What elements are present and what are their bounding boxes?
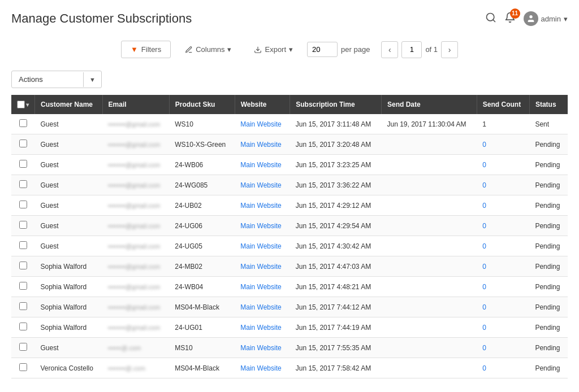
- row-checkbox[interactable]: [19, 160, 27, 168]
- page-header: Manage Customer Subscriptions 11: [11, 11, 568, 26]
- row-checkbox[interactable]: [19, 343, 27, 351]
- table-row: Sophia Walford••••••••@gmail.comMS04-M-B…: [11, 297, 568, 317]
- status-cell: Pending: [529, 317, 568, 338]
- row-checkbox[interactable]: [19, 363, 27, 371]
- send-date-cell: [382, 195, 477, 216]
- website-cell: Main Website: [235, 195, 290, 216]
- columns-button[interactable]: Columns ▾: [176, 41, 240, 58]
- actions-bar: Actions ▼: [11, 71, 568, 88]
- prev-page-button[interactable]: ‹: [381, 41, 398, 58]
- row-checkbox[interactable]: [19, 282, 27, 290]
- product-sku-cell: 24-WB06: [169, 155, 235, 175]
- page-input[interactable]: [401, 41, 422, 58]
- send-date-cell: [382, 256, 477, 277]
- customer-name-cell: Veronica Costello: [35, 358, 103, 378]
- notification-badge: 11: [510, 8, 520, 19]
- send-count-cell: 0: [477, 277, 529, 297]
- website-cell: Main Website: [235, 256, 290, 277]
- row-checkbox[interactable]: [19, 180, 27, 188]
- row-checkbox[interactable]: [19, 221, 27, 229]
- customer-name-cell: Guest: [35, 338, 103, 358]
- row-checkbox-cell: [11, 155, 35, 175]
- per-page-select[interactable]: 20 50 100: [307, 42, 338, 57]
- email-cell: ••••••••@gmail.com: [102, 216, 169, 236]
- customer-name-cell: Guest: [35, 195, 103, 216]
- email-cell: ••••••••@gmail.com: [102, 236, 169, 256]
- subscription-time-cell: Jun 15, 2017 4:47:03 AM: [290, 256, 382, 277]
- send-count-cell: 0: [477, 134, 529, 155]
- export-button[interactable]: Export ▾: [245, 41, 301, 58]
- select-all-arrow[interactable]: ▾: [26, 102, 29, 108]
- per-page-wrapper: 20 50 100 per page: [307, 42, 370, 57]
- status-cell: Pending: [529, 358, 568, 378]
- row-checkbox-cell: [11, 297, 35, 317]
- table-row: Sophia Walford••••••••@gmail.com24-UG01M…: [11, 317, 568, 338]
- actions-arrow-icon[interactable]: ▼: [83, 72, 101, 87]
- row-checkbox[interactable]: [19, 262, 27, 269]
- header-actions: 11 admin ▾: [485, 11, 568, 26]
- email-cell: ••••••••@gmail.com: [102, 134, 169, 155]
- columns-icon: [185, 46, 193, 54]
- table-row: Veronica Costello••••••••@.comMS04-M-Bla…: [11, 358, 568, 378]
- product-sku-cell: MS04-M-Black: [169, 358, 235, 378]
- status-cell: Pending: [529, 175, 568, 195]
- email-cell: ••••••••@.com: [102, 358, 169, 378]
- table-row: Guest••••••@.comMS10Main WebsiteJun 15, …: [11, 338, 568, 358]
- row-checkbox[interactable]: [19, 119, 27, 127]
- row-checkbox[interactable]: [19, 241, 27, 249]
- row-checkbox-cell: [11, 195, 35, 216]
- send-date-cell: Jun 19, 2017 11:30:04 AM: [382, 114, 477, 134]
- export-icon: [254, 46, 262, 54]
- actions-dropdown[interactable]: Actions ▼: [11, 71, 102, 88]
- product-sku-cell: 24-UG05: [169, 236, 235, 256]
- send-count-cell: 0: [477, 338, 529, 358]
- website-column: Website: [235, 95, 290, 114]
- subscription-time-cell: Jun 15, 2017 3:11:48 AM: [290, 114, 382, 134]
- select-all-area: ▾: [17, 101, 29, 108]
- columns-arrow-icon: ▾: [227, 45, 231, 54]
- website-cell: Main Website: [235, 277, 290, 297]
- subscription-time-cell: Jun 15, 2017 4:29:12 AM: [290, 195, 382, 216]
- email-cell: ••••••••@gmail.com: [102, 317, 169, 338]
- per-page-label: per page: [341, 45, 370, 54]
- product-sku-column: Product Sku: [169, 95, 235, 114]
- table-row: Guest••••••••@gmail.com24-WG085Main Webs…: [11, 175, 568, 195]
- status-cell: Pending: [529, 256, 568, 277]
- customer-name-cell: Sophia Walford: [35, 277, 103, 297]
- website-cell: Main Website: [235, 338, 290, 358]
- send-date-cell: [382, 277, 477, 297]
- send-count-cell: 0: [477, 155, 529, 175]
- send-count-cell: 0: [477, 297, 529, 317]
- status-cell: Sent: [529, 114, 568, 134]
- page-wrapper: Manage Customer Subscriptions 11: [0, 0, 579, 392]
- search-button[interactable]: [485, 12, 496, 26]
- notification-button[interactable]: 11: [504, 12, 516, 26]
- table-body: Guest••••••••@gmail.comWS10Main WebsiteJ…: [11, 114, 568, 378]
- product-sku-cell: WS10-XS-Green: [169, 134, 235, 155]
- row-checkbox[interactable]: [19, 302, 27, 310]
- send-count-cell: 0: [477, 256, 529, 277]
- table-row: Guest••••••••@gmail.comWS10Main WebsiteJ…: [11, 114, 568, 134]
- product-sku-cell: 24-UB02: [169, 195, 235, 216]
- send-count-column: Send Count: [477, 95, 529, 114]
- filters-button[interactable]: ▼ Filters: [121, 41, 171, 58]
- website-cell: Main Website: [235, 317, 290, 338]
- toolbar: ▼ Filters Columns ▾ Export ▾ 20 50 100 p…: [11, 36, 568, 63]
- select-all-checkbox[interactable]: [17, 101, 25, 108]
- customer-name-cell: Guest: [35, 236, 103, 256]
- send-date-cell: [382, 216, 477, 236]
- table-row: Guest••••••••@gmail.comWS10-XS-GreenMain…: [11, 134, 568, 155]
- product-sku-cell: MS04-M-Black: [169, 297, 235, 317]
- export-arrow-icon: ▾: [289, 45, 293, 54]
- row-checkbox[interactable]: [19, 201, 27, 208]
- product-sku-cell: MS10: [169, 338, 235, 358]
- product-sku-cell: 24-WG085: [169, 175, 235, 195]
- customer-name-cell: Guest: [35, 155, 103, 175]
- next-page-button[interactable]: ›: [441, 41, 458, 58]
- row-checkbox[interactable]: [19, 323, 27, 330]
- product-sku-cell: WS10: [169, 114, 235, 134]
- row-checkbox[interactable]: [19, 140, 27, 147]
- user-menu[interactable]: admin ▾: [524, 11, 568, 26]
- subscription-time-cell: Jun 15, 2017 4:29:54 AM: [290, 216, 382, 236]
- table-row: Guest••••••••@gmail.com24-WB06Main Websi…: [11, 155, 568, 175]
